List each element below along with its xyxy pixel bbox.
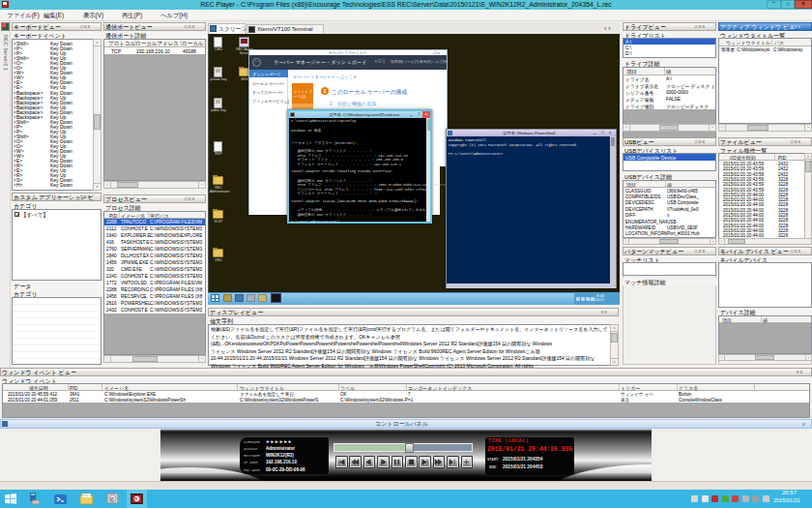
svg-text:R: R — [134, 496, 137, 501]
svg-text:e: e — [110, 495, 114, 502]
